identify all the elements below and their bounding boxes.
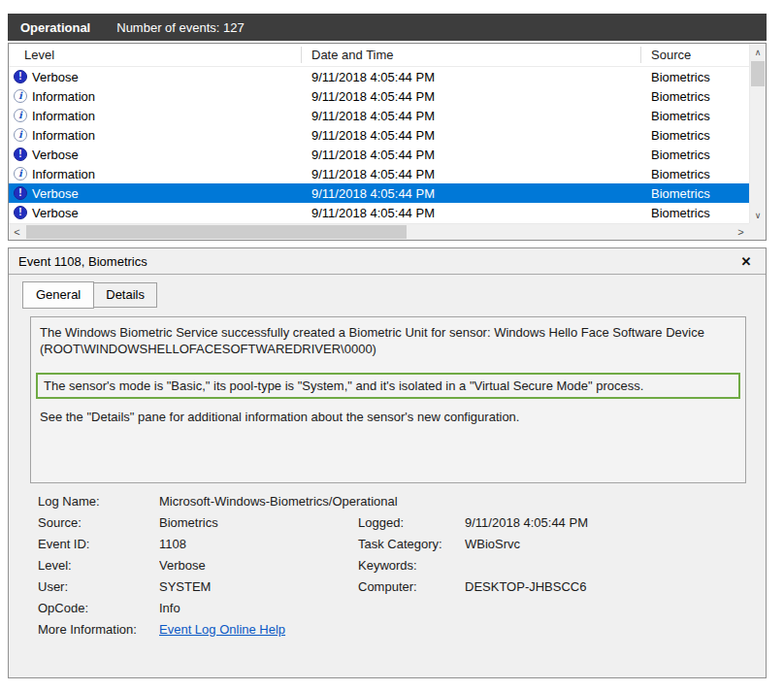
log-name-title: Operational — [20, 20, 90, 35]
verbose-icon: ! — [14, 186, 27, 200]
computer-value: DESKTOP-JHBSCC6 — [465, 576, 738, 598]
close-icon[interactable]: ✕ — [736, 254, 756, 269]
date-cell: 9/11/2018 4:05:44 PM — [302, 206, 641, 220]
description-paragraph-3: See the "Details" pane for additional in… — [40, 409, 736, 425]
tab-general[interactable]: General — [22, 281, 94, 309]
level-cell: !Verbose — [9, 186, 302, 201]
table-row[interactable]: !Verbose9/11/2018 4:05:44 PMBiometrics — [9, 183, 749, 203]
level-text: Information — [32, 167, 95, 181]
information-icon: i — [14, 128, 27, 142]
log-name-label: Log Name: — [38, 491, 159, 512]
table-row[interactable]: iInformation9/11/2018 4:05:44 PMBiometri… — [9, 164, 749, 183]
date-cell: 9/11/2018 4:05:44 PM — [302, 167, 641, 181]
source-cell: Biometrics — [641, 128, 749, 143]
tab-details[interactable]: Details — [94, 282, 157, 308]
level-cell: !Verbose — [9, 206, 302, 220]
event-log-online-help-link[interactable]: Event Log Online Help — [159, 622, 285, 637]
level-value: Verbose — [159, 555, 358, 576]
verbose-icon: ! — [14, 70, 27, 83]
more-information-label: More Information: — [38, 619, 159, 641]
column-header-date-and-time[interactable]: Date and Time — [302, 47, 641, 63]
horizontal-scrollbar-thumb[interactable] — [26, 225, 407, 239]
source-cell: Biometrics — [641, 167, 749, 181]
date-cell: 9/11/2018 4:05:44 PM — [302, 109, 641, 123]
event-description-box: The Windows Biometric Service successful… — [30, 316, 746, 483]
user-value: SYSTEM — [159, 576, 358, 598]
logged-value: 9/11/2018 4:05:44 PM — [465, 512, 738, 534]
vertical-scrollbar-thumb[interactable] — [751, 61, 765, 86]
log-titlebar: Operational Number of events: 127 — [8, 14, 767, 41]
task-category-label: Task Category: — [358, 534, 465, 555]
source-label: Source: — [38, 512, 159, 534]
date-cell: 9/11/2018 4:05:44 PM — [302, 128, 641, 143]
table-row[interactable]: iInformation9/11/2018 4:05:44 PMBiometri… — [9, 106, 749, 125]
event-table: Level Date and Time Source !Verbose9/11/… — [8, 43, 767, 241]
date-cell: 9/11/2018 4:05:44 PM — [302, 186, 641, 201]
horizontal-scrollbar[interactable]: < > — [9, 223, 749, 240]
date-cell: 9/11/2018 4:05:44 PM — [302, 89, 641, 104]
keywords-value — [465, 555, 738, 576]
vertical-scrollbar[interactable]: ∧ ∨ — [749, 44, 766, 223]
scroll-left-button[interactable]: < — [9, 224, 25, 240]
level-cell: iInformation — [9, 89, 302, 104]
logged-label: Logged: — [358, 512, 465, 534]
level-text: Verbose — [32, 186, 79, 201]
log-name-value: Microsoft-Windows-Biometrics/Operational — [159, 491, 738, 512]
level-cell: iInformation — [9, 167, 302, 181]
table-row[interactable]: iInformation9/11/2018 4:05:44 PMBiometri… — [9, 86, 749, 106]
column-header-level[interactable]: Level — [9, 47, 302, 63]
user-label: User: — [38, 576, 159, 598]
description-paragraph-2: The sensor's mode is "Basic," its pool-t… — [44, 378, 733, 394]
level-text: Verbose — [32, 206, 79, 220]
event-id-label: Event ID: — [38, 534, 159, 555]
scroll-up-button[interactable]: ∧ — [750, 44, 766, 60]
chevron-right-icon: > — [737, 226, 743, 238]
table-row[interactable]: !Verbose9/11/2018 4:05:44 PMBiometrics — [9, 203, 749, 222]
event-count-label: Number of events: 127 — [116, 20, 245, 35]
task-category-value: WBioSrvc — [465, 534, 738, 555]
source-cell: Biometrics — [641, 70, 749, 84]
level-cell: iInformation — [9, 109, 302, 123]
chevron-down-icon: ∨ — [755, 211, 762, 220]
table-header-row: Level Date and Time Source — [9, 44, 749, 67]
event-id-value: 1108 — [159, 534, 358, 555]
preview-title: Event 1108, Biometrics — [18, 254, 736, 269]
source-cell: Biometrics — [641, 186, 749, 201]
scroll-right-button[interactable]: > — [733, 224, 749, 240]
table-row[interactable]: iInformation9/11/2018 4:05:44 PMBiometri… — [9, 125, 749, 145]
verbose-icon: ! — [14, 206, 27, 219]
source-cell: Biometrics — [641, 206, 749, 220]
opcode-value: Info — [159, 598, 738, 619]
scroll-down-button[interactable]: ∨ — [750, 207, 766, 223]
source-value: Biometrics — [159, 512, 358, 534]
level-text: Verbose — [32, 70, 79, 84]
chevron-left-icon: < — [14, 226, 19, 238]
level-text: Information — [32, 128, 95, 143]
information-icon: i — [14, 167, 27, 181]
event-preview-pane: Event 1108, Biometrics ✕ General Details… — [8, 247, 767, 678]
description-paragraph-1: The Windows Biometric Service successful… — [40, 324, 736, 357]
table-row[interactable]: !Verbose9/11/2018 4:05:44 PMBiometrics — [9, 67, 749, 86]
information-icon: i — [14, 109, 27, 122]
level-cell: !Verbose — [9, 70, 302, 84]
event-fields-grid: Log Name: Microsoft-Windows-Biometrics/O… — [38, 491, 738, 641]
level-text: Verbose — [32, 148, 79, 162]
level-cell: iInformation — [9, 128, 302, 143]
information-icon: i — [14, 89, 27, 103]
preview-header: Event 1108, Biometrics ✕ — [9, 248, 766, 275]
level-cell: !Verbose — [9, 148, 302, 162]
computer-label: Computer: — [358, 576, 465, 598]
source-cell: Biometrics — [641, 89, 749, 104]
verbose-icon: ! — [14, 148, 27, 161]
chevron-up-icon: ∧ — [755, 48, 762, 57]
date-cell: 9/11/2018 4:05:44 PM — [302, 70, 641, 84]
opcode-label: OpCode: — [38, 598, 159, 619]
level-text: Information — [32, 109, 95, 123]
date-cell: 9/11/2018 4:05:44 PM — [302, 148, 641, 162]
source-cell: Biometrics — [641, 148, 749, 162]
source-cell: Biometrics — [641, 109, 749, 123]
highlight-annotation-box: The sensor's mode is "Basic," its pool-t… — [36, 373, 740, 399]
level-label: Level: — [38, 555, 159, 576]
column-header-source[interactable]: Source — [641, 47, 749, 63]
table-row[interactable]: !Verbose9/11/2018 4:05:44 PMBiometrics — [9, 145, 749, 164]
